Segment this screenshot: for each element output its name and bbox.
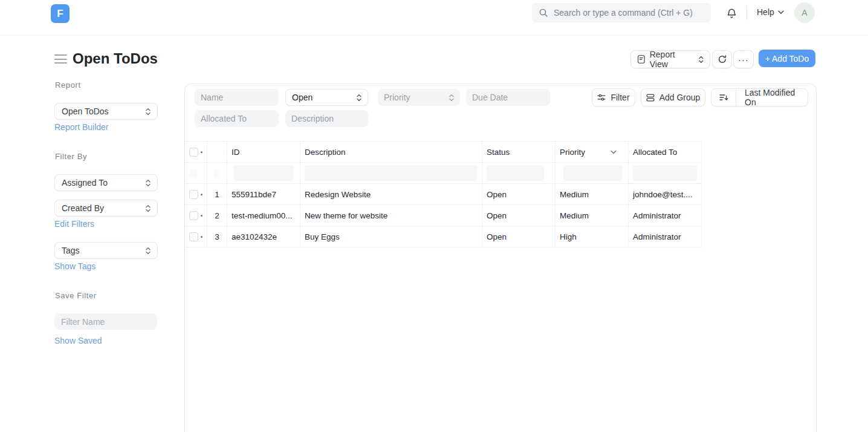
navbar-divider — [747, 5, 747, 20]
select-all-checkbox[interactable] — [189, 148, 198, 157]
notifications-bell-icon[interactable] — [725, 7, 738, 20]
show-saved-link[interactable]: Show Saved — [54, 336, 102, 345]
row-checkbox-cell[interactable] — [185, 184, 207, 205]
table-row[interactable]: 3 ae3102432e Buy Eggs Open High Administ… — [185, 226, 702, 247]
app-logo-letter: F — [57, 8, 63, 20]
show-tags-link[interactable]: Show Tags — [54, 261, 96, 271]
column-header-status[interactable]: Status — [482, 142, 555, 163]
add-todo-button[interactable]: + Add ToDo — [759, 50, 815, 67]
report-card: Open Priority Filter Add Group — [184, 83, 817, 432]
filter-cell-id[interactable] — [227, 163, 300, 184]
drag-dot-icon — [201, 215, 202, 217]
cell-id[interactable]: 555911bde7 — [227, 184, 300, 205]
drag-dot-icon — [201, 236, 202, 238]
cell-description[interactable]: New theme for website — [300, 205, 482, 226]
edit-filters-link[interactable]: Edit Filters — [54, 219, 94, 229]
filter-cell-rownum — [207, 163, 227, 184]
filter-button[interactable]: Filter — [592, 88, 635, 106]
help-menu[interactable]: Help — [757, 7, 784, 17]
cell-allocated-to: Administrator — [629, 226, 702, 247]
sort-order-button[interactable] — [711, 89, 736, 106]
avatar[interactable]: A — [794, 2, 815, 23]
search-input[interactable] — [554, 8, 704, 18]
cell-description[interactable]: Redesign Website — [300, 184, 482, 205]
column-header-id[interactable]: ID — [227, 142, 300, 163]
cell-status: Open — [482, 205, 555, 226]
status-filter-select[interactable]: Open — [285, 89, 368, 106]
todo-table: ID Description Status Priority Allocated… — [184, 141, 702, 247]
page-title: Open ToDos — [73, 50, 158, 67]
row-number: 1 — [207, 184, 227, 205]
select-chevrons-icon — [146, 179, 151, 187]
filter-cell-status[interactable] — [482, 163, 555, 184]
table-body: 1 555911bde7 Redesign Website Open Mediu… — [185, 184, 702, 247]
tags-value: Tags — [62, 246, 146, 255]
drag-dot-icon — [201, 151, 202, 153]
column-header-allocated-to[interactable]: Allocated To — [629, 142, 702, 163]
row-number: 3 — [207, 226, 227, 247]
row-checkbox-cell[interactable] — [185, 205, 207, 226]
select-chevrons-icon — [357, 94, 361, 102]
chevron-down-icon — [611, 150, 617, 154]
report-view-selector[interactable]: Report View — [630, 50, 710, 68]
row-checkbox[interactable] — [189, 190, 198, 199]
column-header-description[interactable]: Description — [300, 142, 482, 163]
save-filter-label: Save Filter — [55, 291, 97, 300]
filter-cell-description[interactable] — [300, 163, 482, 184]
row-checkbox-cell[interactable] — [185, 226, 207, 247]
assigned-to-select[interactable]: Assigned To — [54, 174, 158, 191]
priority-filter-placeholder: Priority — [384, 93, 449, 102]
row-checkbox[interactable] — [189, 232, 198, 241]
sort-field-button[interactable]: Last Modified On — [736, 89, 808, 106]
status-filter-value: Open — [292, 93, 357, 102]
assigned-to-value: Assigned To — [62, 178, 146, 188]
cell-id[interactable]: ae3102432e — [227, 226, 300, 247]
drag-dot-icon — [201, 194, 202, 195]
column-filter-row — [185, 163, 702, 184]
filter-cell-checkbox — [185, 163, 207, 184]
select-chevrons-icon — [146, 205, 151, 212]
row-checkbox[interactable] — [189, 211, 198, 220]
chevron-down-icon — [778, 10, 784, 15]
header-checkbox-cell[interactable] — [185, 142, 207, 163]
cell-description[interactable]: Buy Eggs — [300, 226, 482, 247]
add-group-button[interactable]: Add Group — [641, 88, 705, 106]
due-date-filter-input[interactable] — [466, 89, 550, 106]
table-row[interactable]: 1 555911bde7 Redesign Website Open Mediu… — [185, 184, 702, 205]
report-view-label: Report View — [650, 50, 695, 69]
navbar: F Help A — [0, 0, 868, 36]
report-select[interactable]: Open ToDos — [54, 103, 158, 120]
name-filter-input[interactable] — [195, 89, 279, 106]
sort-descending-icon — [719, 93, 728, 102]
description-filter-input[interactable] — [285, 110, 368, 127]
filter-button-label: Filter — [611, 93, 629, 102]
refresh-button[interactable] — [712, 50, 732, 68]
add-group-button-label: Add Group — [659, 93, 701, 102]
report-section-label: Report — [55, 80, 81, 90]
app-logo[interactable]: F — [51, 4, 70, 23]
document-icon — [637, 54, 646, 64]
sidebar-toggle-icon[interactable] — [54, 54, 67, 64]
created-by-value: Created By — [62, 203, 146, 213]
allocated-to-filter-input[interactable] — [195, 110, 279, 127]
tags-select[interactable]: Tags — [54, 242, 158, 259]
global-search[interactable] — [532, 3, 711, 22]
cell-id[interactable]: test-medium00... — [227, 205, 300, 226]
priority-filter-select[interactable]: Priority — [378, 89, 460, 106]
created-by-select[interactable]: Created By — [54, 200, 158, 217]
app-window: F Help A Open — [0, 0, 868, 432]
cell-status: Open — [482, 226, 555, 247]
filter-cell-allocated-to[interactable] — [629, 163, 702, 184]
cell-allocated-to: johndoe@test.... — [629, 184, 702, 205]
menu-ellipsis-button[interactable]: ··· — [733, 50, 754, 68]
sort-selector: Last Modified On — [711, 88, 808, 106]
column-header-priority[interactable]: Priority — [555, 142, 629, 163]
filter-cell-priority[interactable] — [555, 163, 629, 184]
priority-header-label: Priority — [560, 148, 611, 157]
select-chevrons-icon — [146, 108, 151, 116]
report-builder-link[interactable]: Report Builder — [54, 122, 109, 132]
table-row[interactable]: 2 test-medium00... New theme for website… — [185, 205, 702, 226]
filter-name-input[interactable] — [54, 313, 157, 330]
search-icon — [539, 8, 548, 18]
cell-allocated-to: Administrator — [629, 205, 702, 226]
